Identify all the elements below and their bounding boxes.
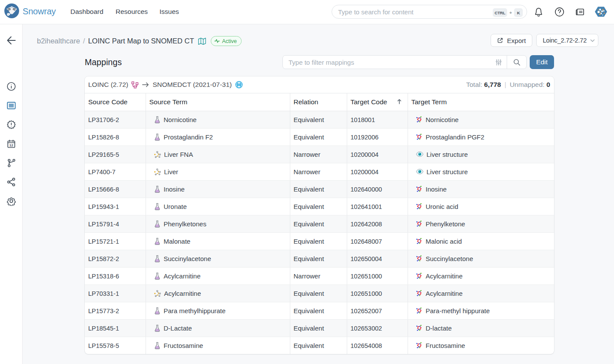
svg-text:12: 12 (10, 143, 13, 147)
